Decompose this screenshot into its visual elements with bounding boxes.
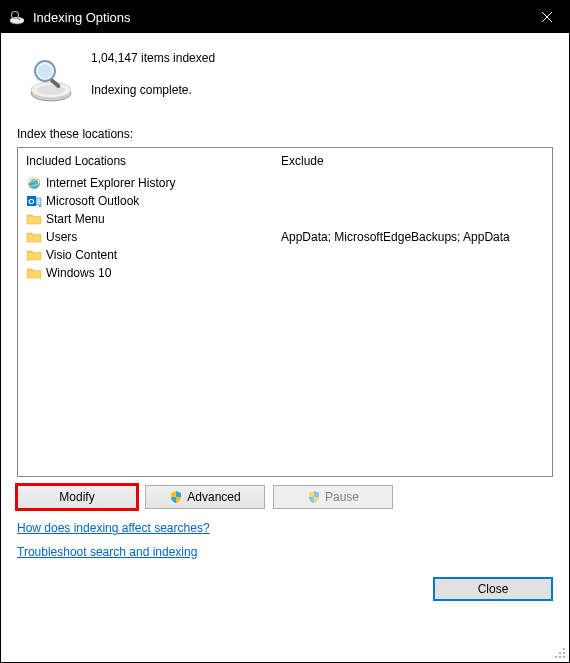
window-title: Indexing Options (33, 10, 524, 25)
location-label: Internet Explorer History (46, 176, 175, 190)
advanced-button[interactable]: Advanced (145, 485, 265, 509)
troubleshoot-link[interactable]: Troubleshoot search and indexing (17, 545, 197, 559)
svg-point-21 (559, 656, 561, 658)
location-label: Windows 10 (46, 266, 111, 280)
pause-button-label: Pause (325, 490, 359, 504)
status-section: 1,04,147 items indexed Indexing complete… (17, 51, 553, 103)
location-label: Start Menu (46, 212, 105, 226)
location-label: Microsoft Outlook (46, 194, 139, 208)
column-header-included[interactable]: Included Locations (26, 154, 281, 168)
ie-icon (26, 175, 42, 191)
folder-icon (26, 247, 42, 263)
svg-point-18 (559, 652, 561, 654)
locations-list: Included Locations Exclude Internet Expl… (17, 147, 553, 477)
list-item[interactable]: Windows 10 (18, 264, 552, 282)
svg-point-20 (555, 656, 557, 658)
svg-text:O: O (28, 197, 34, 206)
modify-button-label: Modify (59, 490, 94, 504)
close-dialog-button[interactable]: Close (433, 577, 553, 601)
svg-point-10 (38, 64, 52, 78)
close-dialog-label: Close (478, 582, 509, 596)
list-item[interactable]: UsersAppData; MicrosoftEdgeBackups; AppD… (18, 228, 552, 246)
folder-icon (26, 229, 42, 245)
list-item[interactable]: Visio Content (18, 246, 552, 264)
shield-icon (169, 490, 183, 504)
pause-button: Pause (273, 485, 393, 509)
titlebar: Indexing Options (1, 1, 569, 33)
svg-rect-16 (36, 198, 41, 205)
shield-icon (307, 490, 321, 504)
svg-point-12 (28, 177, 40, 189)
list-item[interactable]: Start Menu (18, 210, 552, 228)
location-label: Users (46, 230, 77, 244)
svg-point-8 (37, 85, 65, 95)
outlook-icon: O (26, 193, 42, 209)
exclude-text: AppData; MicrosoftEdgeBackups; AppData (281, 230, 544, 244)
svg-point-22 (563, 656, 565, 658)
folder-icon (26, 265, 42, 281)
svg-point-17 (563, 648, 565, 650)
indexing-icon (9, 9, 25, 25)
list-item[interactable]: OMicrosoft Outlook (18, 192, 552, 210)
indexing-state: Indexing complete. (91, 83, 215, 97)
magnifier-drive-icon (27, 55, 75, 103)
location-label: Visio Content (46, 248, 117, 262)
list-item[interactable]: Internet Explorer History (18, 174, 552, 192)
section-label: Index these locations: (17, 127, 553, 141)
resize-grip-icon[interactable] (552, 645, 566, 659)
advanced-button-label: Advanced (187, 490, 240, 504)
svg-point-19 (563, 652, 565, 654)
help-link[interactable]: How does indexing affect searches? (17, 521, 210, 535)
folder-icon (26, 211, 42, 227)
column-header-exclude[interactable]: Exclude (281, 154, 544, 168)
close-button[interactable] (524, 1, 569, 33)
items-indexed-count: 1,04,147 items indexed (91, 51, 215, 65)
modify-button[interactable]: Modify (17, 485, 137, 509)
